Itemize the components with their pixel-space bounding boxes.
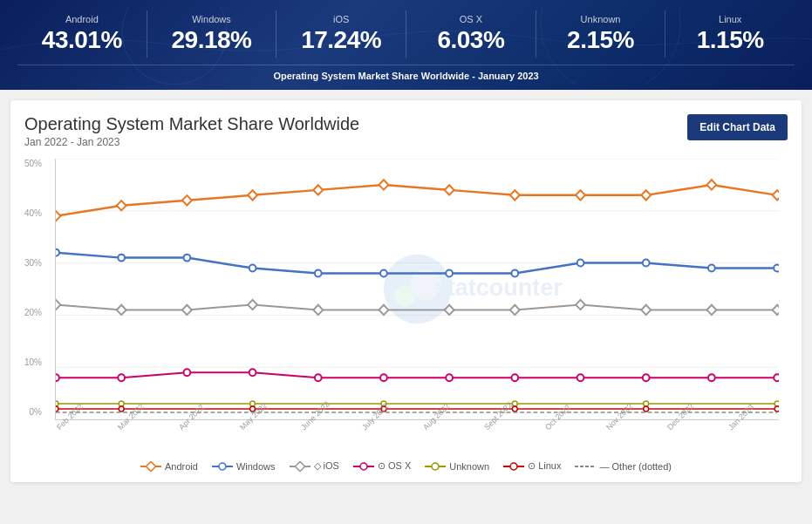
line-chart: statcounter [55, 159, 779, 420]
edit-chart-button[interactable]: Edit Chart Data [687, 114, 788, 140]
svg-point-81 [432, 463, 439, 470]
stat-windows: Windows29.18% [147, 10, 277, 58]
svg-rect-21 [773, 190, 779, 200]
svg-rect-15 [379, 180, 388, 189]
svg-point-64 [774, 401, 779, 406]
chart-header: Operating System Market Share Worldwide … [24, 114, 788, 148]
stat-label: Unknown [545, 14, 657, 24]
android-line [56, 185, 777, 216]
stat-linux: Linux1.15% [665, 10, 795, 58]
svg-rect-16 [445, 185, 454, 194]
svg-rect-77 [295, 461, 304, 471]
y-label-20: 20% [24, 308, 42, 317]
stats-row: Android43.01%Windows29.18%iOS17.24%OS X6… [17, 10, 795, 58]
stat-unknown: Unknown2.15% [536, 10, 666, 58]
chart-subtitle: Jan 2022 - Jan 2023 [24, 136, 359, 148]
svg-point-46 [55, 374, 59, 381]
osx-line [56, 372, 777, 378]
stat-label: Android [26, 14, 138, 24]
svg-point-58 [55, 401, 58, 406]
svg-text:statcounter: statcounter [434, 274, 563, 302]
header-subtitle: Operating System Market Share Worldwide … [17, 65, 795, 81]
svg-point-65 [55, 406, 58, 412]
svg-point-8 [394, 286, 414, 307]
chart-title-block: Operating System Market Share Worldwide … [24, 114, 359, 148]
svg-point-53 [511, 374, 518, 381]
svg-point-54 [577, 374, 584, 381]
svg-point-79 [360, 463, 367, 470]
svg-point-28 [446, 270, 453, 277]
legend-linux: ⊙ Linux [503, 460, 561, 472]
svg-point-24 [184, 255, 191, 262]
stat-label: OS X [415, 14, 527, 24]
stat-label: Linux [674, 14, 786, 24]
stat-label: Windows [156, 14, 268, 24]
svg-rect-10 [55, 211, 60, 221]
header: Android43.01%Windows29.18%iOS17.24%OS X6… [0, 0, 812, 90]
svg-point-69 [512, 406, 517, 412]
y-label-40: 40% [24, 208, 42, 218]
svg-rect-41 [510, 305, 520, 315]
legend-unknown: Unknown [425, 460, 489, 472]
legend-linux-label: ⊙ Linux [528, 460, 561, 472]
legend-windows: Windows [212, 460, 276, 472]
stat-android: Android43.01% [17, 10, 147, 58]
svg-rect-18 [576, 190, 585, 200]
svg-rect-44 [706, 305, 716, 315]
svg-point-75 [219, 463, 226, 470]
svg-point-51 [380, 374, 387, 381]
legend-other-label: — Other (dotted) [599, 461, 672, 472]
svg-point-48 [184, 369, 191, 376]
stat-label: iOS [285, 14, 397, 24]
svg-point-60 [250, 401, 256, 406]
svg-point-71 [774, 406, 779, 412]
svg-point-66 [119, 406, 124, 412]
svg-point-47 [118, 374, 125, 381]
svg-point-70 [644, 406, 649, 412]
svg-rect-37 [248, 300, 257, 310]
svg-point-27 [380, 270, 387, 277]
svg-rect-20 [706, 180, 716, 189]
svg-rect-35 [117, 305, 126, 315]
chart-container: Operating System Market Share Worldwide … [10, 100, 802, 482]
svg-rect-11 [117, 201, 126, 210]
legend-android-label: Android [165, 461, 198, 472]
svg-point-30 [577, 260, 584, 267]
stat-value: 6.03% [415, 26, 527, 54]
legend-unknown-label: Unknown [449, 461, 489, 472]
stat-value: 1.15% [674, 26, 786, 54]
stat-value: 2.15% [545, 26, 657, 54]
svg-point-26 [315, 270, 322, 277]
svg-rect-42 [576, 300, 585, 310]
y-label-10: 10% [24, 357, 42, 367]
svg-point-59 [119, 401, 124, 406]
svg-rect-45 [773, 305, 779, 315]
legend-android: Android [140, 460, 198, 472]
svg-point-50 [315, 374, 322, 381]
svg-point-22 [55, 249, 59, 256]
svg-point-63 [644, 401, 649, 406]
svg-point-57 [774, 374, 779, 381]
svg-rect-36 [182, 305, 192, 315]
svg-point-56 [708, 374, 715, 381]
legend-ios-label: ◇ iOS [314, 460, 339, 472]
legend-ios: ◇ iOS [290, 460, 339, 472]
legend-windows-label: Windows [236, 461, 276, 472]
svg-point-49 [249, 369, 256, 376]
stat-value: 29.18% [156, 26, 268, 54]
svg-rect-73 [146, 461, 155, 471]
stat-ios: iOS17.24% [276, 10, 406, 58]
svg-rect-13 [248, 190, 257, 200]
y-label-50: 50% [24, 159, 42, 168]
y-label-0: 0% [30, 407, 42, 417]
chart-title: Operating System Market Share Worldwide [24, 114, 359, 134]
svg-rect-14 [313, 185, 323, 194]
svg-point-29 [511, 270, 518, 277]
svg-rect-19 [641, 190, 651, 200]
svg-point-52 [446, 374, 453, 381]
stat-value: 17.24% [285, 26, 397, 54]
svg-point-23 [118, 255, 125, 262]
legend-osx: ⊙ OS X [353, 460, 411, 472]
stat-value: 43.01% [26, 26, 138, 54]
svg-rect-34 [55, 300, 60, 310]
